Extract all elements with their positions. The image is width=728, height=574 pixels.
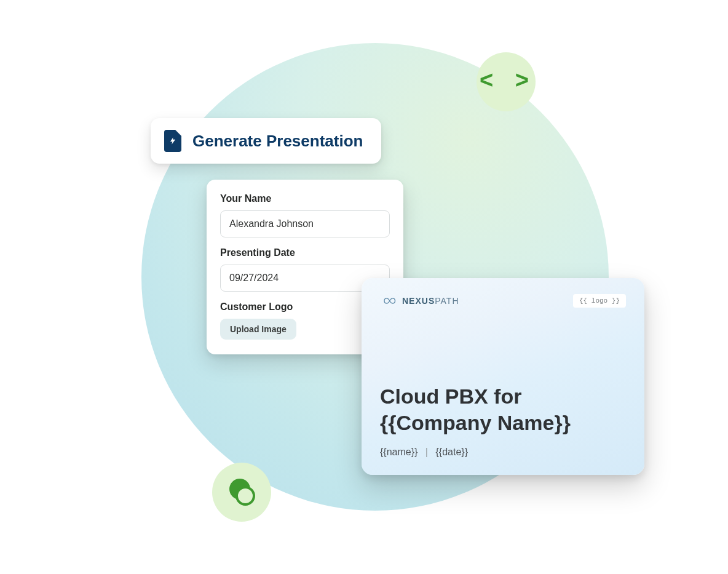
chat-icon [227,477,256,507]
code-icon: < > [480,70,532,94]
code-badge: < > [477,52,536,111]
infinity-icon [380,295,397,306]
logo-placeholder-chip: {{ logo }} [573,294,626,308]
slide-title: Cloud PBX for {{Company Name}} [380,383,626,436]
your-name-input[interactable] [220,210,390,237]
meta-date: {{date}} [435,447,468,457]
chat-badge [212,463,271,522]
generate-presentation-label: Generate Presentation [192,132,363,151]
brand-logo: NEXUSPATH [380,295,459,306]
presenting-date-label: Presenting Date [220,247,390,258]
file-bolt-icon [164,130,181,152]
meta-separator: | [425,447,428,457]
slide-meta: {{name}} | {{date}} [380,447,626,458]
meta-name: {{name}} [380,447,417,457]
your-name-label: Your Name [220,193,390,204]
upload-image-button[interactable]: Upload Image [220,319,296,340]
slide-preview: NEXUSPATH {{ logo }} Cloud PBX for {{Com… [362,278,644,475]
generate-presentation-button[interactable]: Generate Presentation [151,118,381,164]
brand-name: NEXUSPATH [402,296,459,306]
